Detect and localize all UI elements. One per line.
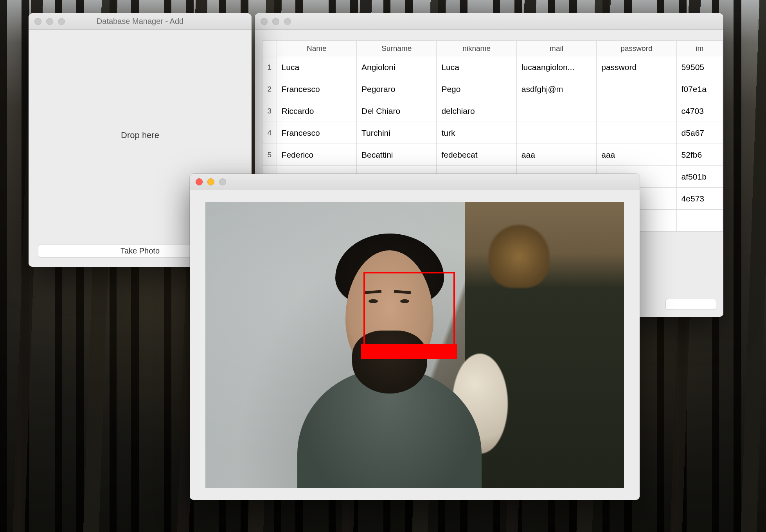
row-number-cell: 3 (263, 100, 277, 122)
zoom-icon[interactable] (284, 18, 291, 25)
minimize-icon[interactable] (207, 178, 214, 185)
table-cell[interactable] (516, 122, 596, 144)
table-cell[interactable]: 52fb6 (676, 144, 723, 166)
column-header-mail[interactable]: mail (516, 41, 596, 56)
row-number-header (263, 41, 277, 56)
column-header-nikname[interactable]: nikname (437, 41, 516, 56)
column-header-name[interactable]: Name (277, 41, 356, 56)
table-cell[interactable] (597, 100, 676, 122)
table-cell[interactable] (676, 210, 723, 232)
column-header-password[interactable]: password (597, 41, 676, 56)
table-cell[interactable]: fedebecat (437, 144, 516, 166)
table-cell[interactable]: Francesco (277, 122, 356, 144)
camera-feed (205, 202, 624, 488)
table-cell[interactable]: lucaangiolon... (516, 56, 596, 78)
titlebar[interactable] (190, 174, 640, 190)
table-cell[interactable]: Federico (277, 144, 356, 166)
column-header-im[interactable]: im (676, 41, 723, 56)
table-row[interactable]: 3RiccardoDel Chiarodelchiaroc4703 (263, 100, 723, 122)
row-number-cell: 4 (263, 122, 277, 144)
zoom-icon[interactable] (219, 178, 226, 185)
table-cell[interactable]: asdfghj@m (516, 78, 596, 100)
table-row[interactable]: 2FrancescoPegoraroPegoasdfghj@mf07e1a (263, 78, 723, 100)
table-cell[interactable] (597, 78, 676, 100)
table-cell[interactable]: Luca (277, 56, 356, 78)
drop-label: Drop here (121, 130, 159, 140)
traffic-lights (29, 18, 65, 25)
table-cell[interactable] (597, 122, 676, 144)
titlebar[interactable] (255, 13, 723, 30)
table-row[interactable]: 4FrancescoTurchiniturkd5a67 (263, 122, 723, 144)
table-cell[interactable]: f07e1a (676, 78, 723, 100)
camera-preview-window[interactable] (190, 174, 640, 500)
table-cell[interactable]: Riccardo (277, 100, 356, 122)
table-cell[interactable]: Pegoraro (356, 78, 436, 100)
table-cell[interactable]: Becattini (356, 144, 436, 166)
table-cell[interactable]: Turchini (356, 122, 436, 144)
table-cell[interactable]: delchiaro (437, 100, 516, 122)
titlebar[interactable]: Database Manager - Add (29, 13, 252, 30)
table-cell[interactable]: Luca (437, 56, 516, 78)
traffic-lights (255, 18, 291, 25)
take-photo-label: Take Photo (120, 246, 160, 255)
face-detection-box (363, 272, 455, 350)
table-cell[interactable]: Pego (437, 78, 516, 100)
table-cell[interactable]: password (597, 56, 676, 78)
table-cell[interactable]: af501b (676, 166, 723, 188)
minimize-icon[interactable] (46, 18, 53, 25)
table-header-row: Name Surname nikname mail password im (263, 41, 723, 56)
table-cell[interactable] (516, 100, 596, 122)
bottom-button[interactable] (665, 299, 716, 310)
column-header-surname[interactable]: Surname (356, 41, 436, 56)
table-cell[interactable]: d5a67 (676, 122, 723, 144)
table-cell[interactable]: 59505 (676, 56, 723, 78)
table-row[interactable]: 5FedericoBecattinifedebecataaaaaa52fb6 (263, 144, 723, 166)
row-number-cell: 5 (263, 144, 277, 166)
table-cell[interactable]: 4e573 (676, 188, 723, 210)
close-icon[interactable] (196, 178, 203, 185)
close-icon[interactable] (34, 18, 41, 25)
row-number-cell: 1 (263, 56, 277, 78)
minimize-icon[interactable] (272, 18, 279, 25)
zoom-icon[interactable] (58, 18, 65, 25)
background-coat (465, 202, 624, 488)
table-cell[interactable]: c4703 (676, 100, 723, 122)
close-icon[interactable] (261, 18, 268, 25)
table-cell[interactable]: Del Chiaro (356, 100, 436, 122)
face-detection-label (361, 344, 457, 359)
traffic-lights (190, 178, 226, 185)
table-cell[interactable]: aaa (516, 144, 596, 166)
table-cell[interactable]: Angioloni (356, 56, 436, 78)
table-cell[interactable]: turk (437, 122, 516, 144)
table-cell[interactable]: Francesco (277, 78, 356, 100)
table-cell[interactable]: aaa (597, 144, 676, 166)
table-row[interactable]: 1LucaAngioloniLucalucaangiolon...passwor… (263, 56, 723, 78)
row-number-cell: 2 (263, 78, 277, 100)
